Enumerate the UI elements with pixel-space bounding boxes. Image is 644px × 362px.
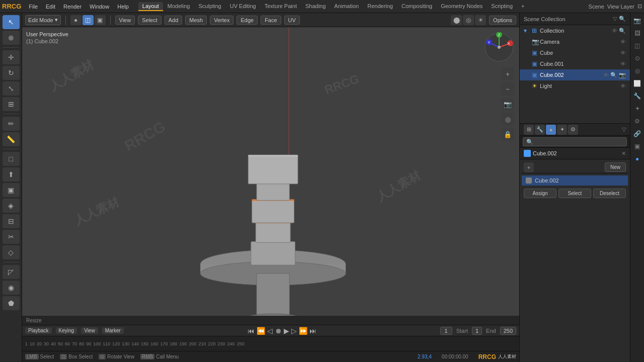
cube001-visibility-icon[interactable]: 👁 — [620, 61, 626, 67]
tool-rotate[interactable]: ↻ — [3, 66, 20, 80]
lock-camera-btn[interactable]: 🔒 — [501, 128, 514, 141]
menu-window[interactable]: Window — [86, 3, 113, 11]
assign-btn[interactable]: Assign — [524, 189, 556, 198]
tab-layout[interactable]: Layout — [138, 2, 163, 11]
tool-transform[interactable]: ⊞ — [3, 97, 20, 111]
outliner-search-icon[interactable]: 🔍 — [619, 16, 626, 22]
outliner-filter-icon[interactable]: ▽ — [613, 16, 617, 22]
tool-bevel[interactable]: ◈ — [3, 199, 20, 213]
fullscreen-icon[interactable]: ⊡ — [637, 3, 642, 10]
strip-material-icon[interactable]: ● — [632, 153, 643, 164]
rendered-icon[interactable]: ☀ — [475, 15, 486, 25]
zoom-in-btn[interactable]: + — [501, 67, 514, 80]
start-frame-val[interactable]: 1 — [472, 327, 482, 335]
new-material-btn[interactable]: New — [605, 162, 626, 172]
camera-visibility-icon[interactable]: 👁 — [620, 39, 626, 45]
mesh-menu[interactable]: Mesh — [185, 16, 207, 25]
deselect-material-btn[interactable]: Deselect — [593, 189, 626, 198]
select-menu[interactable]: Select — [138, 16, 162, 25]
tool-measure[interactable]: 📏 — [3, 132, 20, 146]
tool-knife[interactable]: ✂ — [3, 230, 20, 244]
prop-search-input[interactable] — [523, 137, 627, 146]
cube-visibility-icon[interactable]: 👁 — [620, 50, 626, 56]
particle-props-icon[interactable]: ✦ — [557, 125, 567, 135]
vertex-menu[interactable]: Vertex — [210, 16, 233, 25]
strip-object-icon[interactable]: ⬜ — [632, 78, 643, 89]
strip-scene-icon[interactable]: ⊙ — [632, 53, 643, 64]
tab-sculpting[interactable]: Sculpting — [194, 2, 225, 11]
tab-rendering[interactable]: Rendering — [363, 2, 397, 11]
playback-btn[interactable]: Playback — [25, 327, 52, 334]
tab-shading[interactable]: Shading — [301, 2, 330, 11]
outliner-cube001[interactable]: ▣ Cube.001 👁 — [520, 58, 630, 69]
add-material-btn[interactable]: + — [524, 162, 534, 172]
strip-output-icon[interactable]: 🖼 — [632, 28, 643, 39]
strip-world-icon[interactable]: ◎ — [632, 65, 643, 76]
light-visibility-icon[interactable]: 👁 — [620, 83, 626, 89]
restrict-icon[interactable]: 🔍 — [619, 28, 626, 34]
tab-uv-editing[interactable]: UV Editing — [226, 2, 260, 11]
properties-filter-icon[interactable]: ▽ — [622, 126, 626, 133]
strip-constraints-icon[interactable]: 🔗 — [632, 128, 643, 139]
outliner-cube[interactable]: ▣ Cube 👁 — [520, 47, 630, 58]
edit-mode-dropdown[interactable]: Edit Mode ▾ — [25, 15, 61, 25]
tab-geometry-nodes[interactable]: Geometry Nodes — [437, 2, 487, 11]
current-frame-display[interactable]: 1 — [440, 327, 452, 335]
strip-view-layer-icon[interactable]: ◫ — [632, 40, 643, 51]
play-btn[interactable]: ▶ — [284, 327, 289, 335]
wireframe-icon[interactable]: ◎ — [463, 15, 474, 25]
menu-help[interactable]: Help — [114, 3, 132, 11]
tool-move[interactable]: ✛ — [3, 50, 20, 64]
visibility-icon[interactable]: 👁 — [612, 28, 617, 34]
cube002-render-icon[interactable]: 📷 — [619, 72, 626, 78]
tab-scripting[interactable]: Scripting — [487, 2, 517, 11]
outliner-cube002[interactable]: ▣ Cube.002 👁 🔍 📷 — [520, 69, 630, 80]
strip-data-icon[interactable]: ▣ — [632, 141, 643, 152]
tab-animation[interactable]: Animation — [330, 2, 363, 11]
marker-btn[interactable]: Marker — [102, 327, 124, 334]
camera-view-btn[interactable]: 📷 — [501, 98, 514, 111]
face-mode-icon[interactable]: ▣ — [95, 15, 106, 25]
solid-display-icon[interactable]: ⬤ — [451, 15, 462, 25]
cube002-visibility-icon[interactable]: 👁 — [603, 72, 609, 78]
uv-menu[interactable]: UV — [284, 16, 300, 25]
outliner-camera[interactable]: 📷 Camera 👁 — [520, 36, 630, 47]
end-frame-val[interactable]: 250 — [500, 327, 516, 335]
timeline-bar[interactable]: 1 10 20 30 40 50 60 70 80 90 100 110 120… — [22, 336, 519, 351]
edge-menu[interactable]: Edge — [236, 16, 258, 25]
tool-loop-cut[interactable]: ⊟ — [3, 214, 20, 228]
tab-compositing[interactable]: Compositing — [397, 2, 436, 11]
prev-keyframe-btn[interactable]: ◁ — [267, 327, 273, 335]
modifier-props-icon[interactable]: 🔧 — [535, 125, 545, 135]
timeline-view-btn[interactable]: View — [81, 327, 98, 334]
tool-add-cube[interactable]: □ — [3, 152, 20, 166]
next-frame-btn[interactable]: ⏩ — [299, 327, 307, 335]
tool-select[interactable]: ↖ — [3, 15, 20, 29]
physics-props-icon[interactable]: ⚙ — [568, 125, 578, 135]
view-menu[interactable]: View — [115, 16, 135, 25]
strip-physics-icon[interactable]: ⚙ — [632, 116, 643, 127]
viewport-3d[interactable]: User Perspective (1) Cube.002 — [22, 27, 519, 325]
tool-polypen[interactable]: ◇ — [3, 245, 20, 259]
tool-push-pull[interactable]: ⬟ — [3, 296, 20, 310]
navigation-gizmo[interactable]: X Y Z — [484, 32, 514, 62]
outliner-collection[interactable]: ▾ ⊞ Collection 👁 🔍 — [520, 25, 630, 36]
tab-modeling[interactable]: Modeling — [164, 2, 194, 11]
prev-frame-btn[interactable]: ⏪ — [257, 327, 265, 335]
strip-particles-icon[interactable]: ✦ — [632, 103, 643, 114]
keying-btn[interactable]: Keying — [56, 327, 77, 334]
render-view-btn[interactable]: ◎ — [501, 113, 514, 126]
menu-file[interactable]: File — [25, 3, 41, 11]
tab-texture-paint[interactable]: Texture Paint — [261, 2, 301, 11]
object-props-icon[interactable]: ⊞ — [524, 125, 534, 135]
strip-modifier-icon[interactable]: 🔧 — [632, 90, 643, 102]
tool-scale[interactable]: ⤡ — [3, 81, 20, 96]
vertex-mode-icon[interactable]: ● — [70, 15, 82, 25]
menu-edit[interactable]: Edit — [42, 3, 59, 11]
skip-end-btn[interactable]: ⏭ — [309, 327, 316, 335]
material-props-icon[interactable]: ● — [546, 125, 556, 135]
tool-annotate[interactable]: ✏ — [3, 117, 20, 131]
resize-handle[interactable]: Resize — [22, 316, 519, 325]
scene-dropdown[interactable]: Scene — [589, 4, 604, 10]
tool-inset[interactable]: ▣ — [3, 183, 20, 197]
